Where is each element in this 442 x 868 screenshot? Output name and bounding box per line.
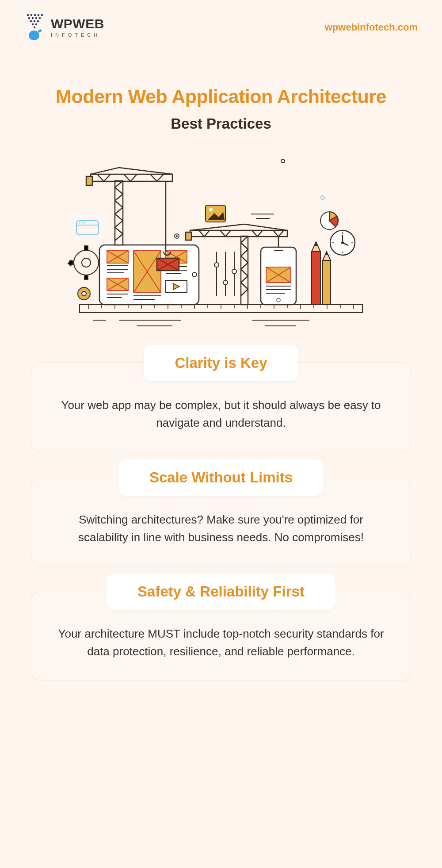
svg-line-92 xyxy=(104,174,110,181)
svg-point-10 xyxy=(34,20,35,22)
svg-line-95 xyxy=(150,174,157,181)
svg-point-14 xyxy=(34,27,35,28)
svg-point-158 xyxy=(84,222,86,224)
card-safety: Safety & Reliability First Your architec… xyxy=(31,591,411,681)
svg-point-156 xyxy=(79,222,80,224)
svg-point-45 xyxy=(82,258,91,267)
svg-rect-47 xyxy=(84,275,88,279)
svg-point-6 xyxy=(32,17,34,19)
svg-point-157 xyxy=(82,222,83,224)
svg-line-117 xyxy=(220,230,225,237)
card-header: Scale Without Limits xyxy=(118,459,324,496)
svg-line-98 xyxy=(119,168,172,174)
card-body: Your web app may be complex, but it shou… xyxy=(58,396,384,432)
header: WPWEB INFOTECH wpwebinfotech.com xyxy=(0,0,442,50)
logo: WPWEB INFOTECH xyxy=(24,13,104,42)
site-url[interactable]: wpwebinfotech.com xyxy=(325,22,418,33)
svg-line-94 xyxy=(130,174,137,181)
construction-illustration xyxy=(66,150,376,336)
card-body: Your architecture MUST include top-notch… xyxy=(58,625,384,661)
svg-point-12 xyxy=(32,23,34,25)
card-header: Clarity is Key xyxy=(144,345,298,381)
logo-main-text: WPWEB xyxy=(51,17,104,31)
logo-icon xyxy=(24,13,47,42)
svg-point-44 xyxy=(74,250,99,275)
svg-point-1 xyxy=(30,14,32,16)
svg-line-121 xyxy=(273,230,278,237)
svg-point-2 xyxy=(34,14,36,16)
pie-chart-icon xyxy=(320,212,338,229)
svg-point-53 xyxy=(82,291,86,296)
svg-point-4 xyxy=(41,14,43,16)
svg-line-115 xyxy=(199,230,204,237)
card-scale: Scale Without Limits Switching architect… xyxy=(31,477,411,567)
card-title: Scale Without Limits xyxy=(149,469,293,486)
svg-point-9 xyxy=(30,20,32,22)
image-icon xyxy=(206,205,225,222)
svg-rect-136 xyxy=(312,252,320,305)
card-header: Safety & Reliability First xyxy=(107,574,335,610)
svg-point-164 xyxy=(214,263,219,267)
card-clarity: Clarity is Key Your web app may be compl… xyxy=(31,362,411,452)
svg-point-8 xyxy=(39,17,41,19)
logo-sub-text: INFOTECH xyxy=(51,32,104,38)
svg-point-13 xyxy=(35,23,37,25)
svg-point-159 xyxy=(281,159,285,163)
svg-rect-99 xyxy=(86,176,92,185)
svg-rect-46 xyxy=(84,246,88,250)
svg-rect-139 xyxy=(323,260,331,305)
window-icon xyxy=(76,221,99,235)
page-title: Modern Web Application Architecture xyxy=(18,86,424,107)
logo-text: WPWEB INFOTECH xyxy=(51,17,104,38)
svg-line-119 xyxy=(252,230,257,237)
card-title: Safety & Reliability First xyxy=(137,583,305,600)
svg-line-122 xyxy=(278,230,284,237)
pencils-icon xyxy=(312,242,331,305)
svg-point-3 xyxy=(38,14,39,16)
svg-point-162 xyxy=(176,235,178,237)
svg-point-11 xyxy=(37,20,39,22)
page-subtitle: Best Practices xyxy=(18,115,424,132)
svg-point-166 xyxy=(223,280,228,285)
small-gear-icon xyxy=(78,287,90,300)
hero: Modern Web Application Architecture Best… xyxy=(0,50,442,344)
svg-point-153 xyxy=(209,208,213,211)
svg-line-91 xyxy=(97,174,104,181)
card-title: Clarity is Key xyxy=(175,355,267,371)
svg-line-93 xyxy=(124,174,130,181)
svg-point-160 xyxy=(321,196,324,199)
svg-point-0 xyxy=(27,14,29,16)
cards-section: Clarity is Key Your web app may be compl… xyxy=(0,344,442,707)
svg-point-15 xyxy=(29,31,39,40)
svg-point-168 xyxy=(232,269,236,274)
svg-line-123 xyxy=(190,224,244,230)
svg-point-5 xyxy=(28,17,30,19)
svg-line-116 xyxy=(204,230,210,237)
svg-rect-125 xyxy=(186,232,191,240)
gear-icon xyxy=(68,246,104,279)
svg-line-97 xyxy=(91,168,119,174)
svg-line-120 xyxy=(257,230,263,237)
svg-point-7 xyxy=(35,17,37,19)
svg-line-124 xyxy=(244,224,287,230)
card-body: Switching architectures? Make sure you'r… xyxy=(58,511,384,547)
clock-icon xyxy=(330,230,355,255)
svg-line-96 xyxy=(157,174,164,181)
svg-line-118 xyxy=(225,230,231,237)
